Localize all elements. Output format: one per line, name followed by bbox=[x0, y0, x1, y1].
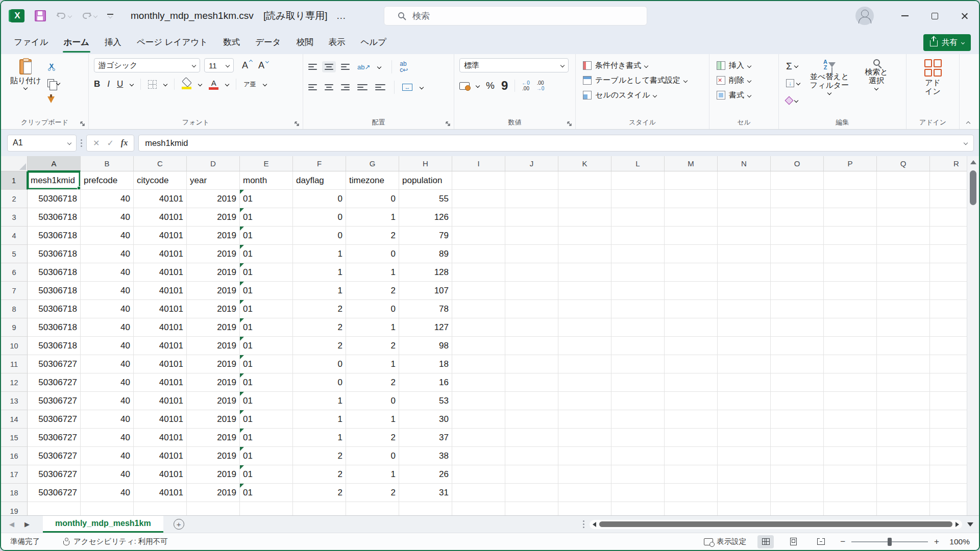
row-header-4[interactable]: 4 bbox=[1, 227, 28, 245]
tab-home[interactable]: ホーム bbox=[56, 31, 97, 54]
cell-N15[interactable] bbox=[718, 429, 771, 447]
cell-C5[interactable]: 40101 bbox=[134, 245, 187, 263]
orientation-dropdown-icon[interactable] bbox=[377, 65, 381, 69]
comma-style-button[interactable]: 9 bbox=[501, 82, 508, 89]
cell-J11[interactable] bbox=[505, 355, 558, 373]
cell-C11[interactable]: 40101 bbox=[134, 355, 187, 373]
cell-G10[interactable]: 2 bbox=[346, 337, 399, 355]
cell-Q15[interactable] bbox=[877, 429, 930, 447]
cell-G13[interactable]: 0 bbox=[346, 392, 399, 410]
cell-N19[interactable] bbox=[718, 502, 771, 515]
accessibility-status[interactable]: アクセシビリティ: 利用不可 bbox=[62, 537, 168, 546]
cell-L10[interactable] bbox=[611, 337, 665, 355]
column-header-G[interactable]: G bbox=[346, 156, 399, 171]
sheet-nav-prev-icon[interactable]: ◀ bbox=[9, 520, 14, 528]
cell-M11[interactable] bbox=[665, 355, 718, 373]
cell-D17[interactable]: 2019 bbox=[187, 465, 240, 484]
cell-E10[interactable]: 01 bbox=[240, 337, 293, 355]
row-header-7[interactable]: 7 bbox=[1, 282, 28, 300]
clipboard-dialog-launcher[interactable] bbox=[79, 120, 85, 127]
cell-styles-button[interactable]: セルのスタイル bbox=[581, 88, 704, 103]
cell-J16[interactable] bbox=[505, 447, 558, 465]
cell-Q14[interactable] bbox=[877, 410, 930, 429]
cell-M10[interactable] bbox=[665, 337, 718, 355]
cell-H6[interactable]: 128 bbox=[399, 263, 452, 282]
cell-R7[interactable] bbox=[930, 282, 967, 300]
align-left-button[interactable] bbox=[308, 84, 317, 90]
cell-K19[interactable] bbox=[558, 502, 611, 515]
cell-A19[interactable] bbox=[28, 502, 81, 515]
cell-B19[interactable] bbox=[81, 502, 134, 515]
cell-O16[interactable] bbox=[771, 447, 824, 465]
zoom-in-button[interactable]: + bbox=[934, 537, 939, 546]
column-header-E[interactable]: E bbox=[240, 156, 293, 171]
row-header-3[interactable]: 3 bbox=[1, 208, 28, 227]
cell-D15[interactable]: 2019 bbox=[187, 429, 240, 447]
cell-I10[interactable] bbox=[452, 337, 505, 355]
column-header-F[interactable]: F bbox=[293, 156, 346, 171]
align-center-button[interactable] bbox=[325, 84, 333, 90]
delete-cells-button[interactable]: 削除 bbox=[715, 73, 773, 88]
cell-N7[interactable] bbox=[718, 282, 771, 300]
cell-R4[interactable] bbox=[930, 227, 967, 245]
cell-Q17[interactable] bbox=[877, 465, 930, 484]
cell-M12[interactable] bbox=[665, 373, 718, 392]
zoom-level[interactable]: 100% bbox=[945, 537, 970, 546]
cell-O5[interactable] bbox=[771, 245, 824, 263]
cell-M16[interactable] bbox=[665, 447, 718, 465]
cell-G11[interactable]: 1 bbox=[346, 355, 399, 373]
formula-bar-grip[interactable] bbox=[81, 138, 82, 147]
cell-A6[interactable]: 50306718 bbox=[28, 263, 81, 282]
cell-D3[interactable]: 2019 bbox=[187, 208, 240, 227]
column-header-Q[interactable]: Q bbox=[877, 156, 930, 171]
cell-F17[interactable]: 2 bbox=[293, 465, 346, 484]
cell-M1[interactable] bbox=[665, 171, 718, 190]
cell-L13[interactable] bbox=[611, 392, 665, 410]
cell-A4[interactable]: 50306718 bbox=[28, 227, 81, 245]
cell-N18[interactable] bbox=[718, 484, 771, 502]
cell-B6[interactable]: 40 bbox=[81, 263, 134, 282]
cell-L19[interactable] bbox=[611, 502, 665, 515]
row-header-9[interactable]: 9 bbox=[1, 318, 28, 337]
tab-review[interactable]: 校閲 bbox=[288, 31, 321, 54]
cancel-button[interactable]: ✕ bbox=[93, 138, 100, 148]
cell-L9[interactable] bbox=[611, 318, 665, 337]
cell-R11[interactable] bbox=[930, 355, 967, 373]
cell-R15[interactable] bbox=[930, 429, 967, 447]
cell-B5[interactable]: 40 bbox=[81, 245, 134, 263]
percent-style-button[interactable]: % bbox=[486, 80, 495, 91]
addins-button[interactable]: アドイン bbox=[919, 58, 947, 97]
cell-Q5[interactable] bbox=[877, 245, 930, 263]
horizontal-scroll-thumb[interactable] bbox=[599, 521, 952, 527]
fill-color-dropdown-icon[interactable] bbox=[198, 82, 202, 86]
merge-center-button[interactable]: ↔ bbox=[402, 84, 412, 91]
cell-G3[interactable]: 1 bbox=[346, 208, 399, 227]
cell-I7[interactable] bbox=[452, 282, 505, 300]
cell-J10[interactable] bbox=[505, 337, 558, 355]
cell-R19[interactable] bbox=[930, 502, 967, 515]
cell-B16[interactable]: 40 bbox=[81, 447, 134, 465]
cell-K10[interactable] bbox=[558, 337, 611, 355]
cell-I3[interactable] bbox=[452, 208, 505, 227]
cell-B13[interactable]: 40 bbox=[81, 392, 134, 410]
cell-A5[interactable]: 50306718 bbox=[28, 245, 81, 263]
cell-R6[interactable] bbox=[930, 263, 967, 282]
cell-C13[interactable]: 40101 bbox=[134, 392, 187, 410]
tab-insert[interactable]: 挿入 bbox=[97, 31, 129, 54]
cell-E11[interactable]: 01 bbox=[240, 355, 293, 373]
underline-dropdown-icon[interactable] bbox=[130, 82, 134, 86]
cell-O14[interactable] bbox=[771, 410, 824, 429]
column-header-I[interactable]: I bbox=[452, 156, 505, 171]
cell-P2[interactable] bbox=[824, 190, 877, 208]
cell-J9[interactable] bbox=[505, 318, 558, 337]
cell-P16[interactable] bbox=[824, 447, 877, 465]
cell-H9[interactable]: 127 bbox=[399, 318, 452, 337]
cell-Q11[interactable] bbox=[877, 355, 930, 373]
cell-H7[interactable]: 107 bbox=[399, 282, 452, 300]
cell-J4[interactable] bbox=[505, 227, 558, 245]
cell-O18[interactable] bbox=[771, 484, 824, 502]
cell-N13[interactable] bbox=[718, 392, 771, 410]
increase-indent-button[interactable] bbox=[375, 84, 385, 90]
wrap-text-button[interactable]: ab c↩ bbox=[400, 61, 408, 73]
cell-G5[interactable]: 0 bbox=[346, 245, 399, 263]
